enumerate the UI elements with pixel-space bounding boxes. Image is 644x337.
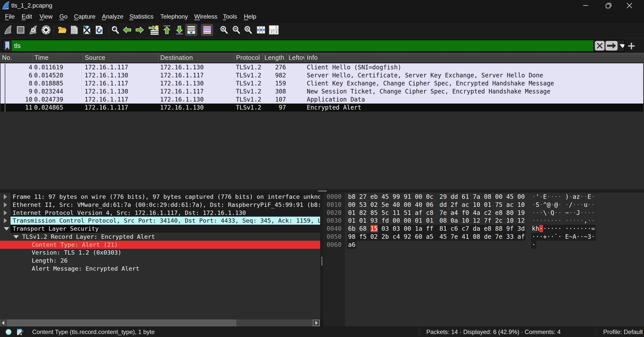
menu-statistics[interactable]: Statistics [129,11,154,23]
capture-comment-icon[interactable]: 001011001101 [17,328,24,335]
menu-file[interactable]: File [5,11,15,23]
layout-123-button[interactable]: 123 [268,24,280,36]
auto-scroll-button[interactable] [185,24,197,36]
hex-row-0050[interactable]: 005098 f5 02 2b c4 92 60 a545 7e 41 08 d… [323,233,644,241]
vertical-splitter[interactable] [320,193,323,319]
hex-row-0060[interactable]: 0060a6· [323,241,644,249]
save-file-button[interactable]: 010101100111 [68,24,80,36]
hex-row-0020[interactable]: 002001 82 85 5c 11 51 af c87e a4 f0 4a c… [323,209,644,217]
expand-arrow-icon[interactable] [4,210,7,215]
expand-arrow-icon[interactable] [4,202,7,207]
column-divider[interactable] [158,53,159,63]
hex-row-0040[interactable]: 00406b 68 15 03 03 00 1a ff81 c6 c7 da e… [323,225,644,233]
details-horizontal-scrollbar[interactable] [0,319,320,326]
column-divider[interactable] [234,53,234,63]
filter-apply-button[interactable] [605,41,618,51]
go-to-packet-button[interactable] [148,24,160,36]
filter-add-button[interactable] [628,42,635,50]
minimize-button[interactable] [577,0,594,11]
collapse-arrow-icon[interactable] [4,227,9,230]
packet-row-4[interactable]: 40.011619172.16.1.117172.16.1.130TLSv1.2… [1,63,643,71]
reload-file-button[interactable]: 01010110 [93,24,105,36]
menu-view[interactable]: View [40,11,53,23]
expert-info-indicator[interactable] [5,329,12,335]
column-header-destination[interactable]: Destination [160,53,234,63]
expand-arrow-icon[interactable] [4,218,7,223]
filter-bookmark-button[interactable] [3,40,12,51]
svg-text:1: 1 [275,26,277,29]
find-packet-button[interactable] [109,24,121,36]
hex-offset: 0060 [327,241,342,249]
column-divider[interactable] [32,53,33,63]
ascii-char: · [580,201,584,208]
cell-len: 308 [263,87,286,95]
menu-analyze[interactable]: Analyze [102,11,123,23]
column-header-time[interactable]: Time [34,53,82,63]
start-capture-button[interactable] [2,24,14,36]
hex-row-0010[interactable]: 001000 53 02 5e 40 00 40 06dd 2f ac 10 0… [323,201,644,209]
detail-row[interactable]: TLSv1.2 Record Layer: Encrypted Alert [0,233,320,241]
detail-row[interactable]: Transport Layer Security [0,225,320,233]
filter-dropdown-chevron[interactable] [620,44,625,48]
detail-row[interactable]: Ethernet II, Src: VMware_dd:61:7a (00:0c… [0,201,320,209]
horizontal-splitter[interactable] [0,189,644,193]
detail-row[interactable]: Version: TLS 1.2 (0x0303) [0,249,320,257]
hex-row-0000[interactable]: 0000b8 27 eb 45 99 91 00 0c29 dd 61 7a 0… [323,193,644,201]
detail-row[interactable]: Alert Message: Encrypted Alert [0,265,320,273]
column-divider[interactable] [305,53,305,63]
close-file-button[interactable] [81,24,93,36]
restart-capture-button[interactable] [27,24,39,36]
column-divider[interactable] [263,53,263,63]
go-forward-button[interactable] [134,24,146,36]
expand-arrow-icon[interactable] [4,194,7,199]
column-header-length[interactable]: Length [264,53,286,63]
resize-columns-button[interactable] [255,24,267,36]
menu-telephony[interactable]: Telephony [160,11,188,23]
detail-row[interactable]: Transmission Control Protocol, Src Port:… [0,217,320,225]
zoom-normal-button[interactable] [242,24,254,36]
packet-row-9[interactable]: 90.023244172.16.1.130172.16.1.117TLSv1.2… [1,87,643,95]
restore-button[interactable] [600,0,617,11]
scrollbar-left-arrow[interactable] [0,319,7,326]
close-button[interactable] [621,0,638,11]
column-header-protocol[interactable]: Protocol [236,53,262,63]
hex-row-0030[interactable]: 003001 01 93 fd 00 00 01 0108 0a 10 12 7… [323,217,644,225]
collapse-arrow-icon[interactable] [13,235,19,238]
menu-help[interactable]: Help [244,11,256,23]
column-divider[interactable] [286,53,287,63]
zoom-in-button[interactable] [218,24,230,36]
zoom-out-button[interactable] [230,24,242,36]
display-filter-input[interactable]: tls [12,40,593,51]
column-divider[interactable] [83,53,83,63]
stop-capture-button[interactable] [15,24,27,36]
open-file-button[interactable] [56,24,68,36]
detail-row[interactable]: Content Type: Alert (21) [0,241,320,249]
column-header-no[interactable]: No. [2,53,32,63]
filter-clear-button[interactable] [595,41,604,51]
go-last-button[interactable] [173,24,185,36]
colorize-button[interactable] [201,24,213,36]
ascii-char: u [584,201,588,208]
scrollbar-thumb[interactable] [7,319,236,326]
capture-options-button[interactable] [40,24,52,36]
packet-row-8[interactable]: 80.018885172.16.1.117172.16.1.130TLSv1.2… [1,79,643,87]
menu-tools[interactable]: Tools [223,11,237,23]
detail-row[interactable]: Frame 11: 97 bytes on wire (776 bits), 9… [0,193,320,201]
menu-edit[interactable]: Edit [22,11,32,23]
menu-wireless[interactable]: Wireless [194,11,217,23]
packet-row-6[interactable]: 60.014520172.16.1.130172.16.1.117TLSv1.2… [1,71,643,79]
menu-go[interactable]: Go [59,11,67,23]
packet-row-10[interactable]: 100.024739172.16.1.117172.16.1.130TLSv1.… [1,95,643,104]
column-header-source[interactable]: Source [85,53,158,63]
ascii-char: · [573,201,576,208]
column-header-info[interactable]: Info [307,53,643,63]
packet-row-11[interactable]: 110.024865172.16.1.117172.16.1.130TLSv1.… [1,104,643,112]
menu-capture[interactable]: Capture [74,11,95,23]
detail-row[interactable]: Length: 26 [0,257,320,265]
column-header-leftov[interactable]: Leftov [289,53,305,63]
auto-scroll-icon [187,25,196,34]
detail-row[interactable]: Internet Protocol Version 4, Src: 172.16… [0,209,320,217]
go-back-button[interactable] [121,24,133,36]
scrollbar-right-arrow[interactable] [313,320,320,326]
go-first-button[interactable] [161,24,173,36]
